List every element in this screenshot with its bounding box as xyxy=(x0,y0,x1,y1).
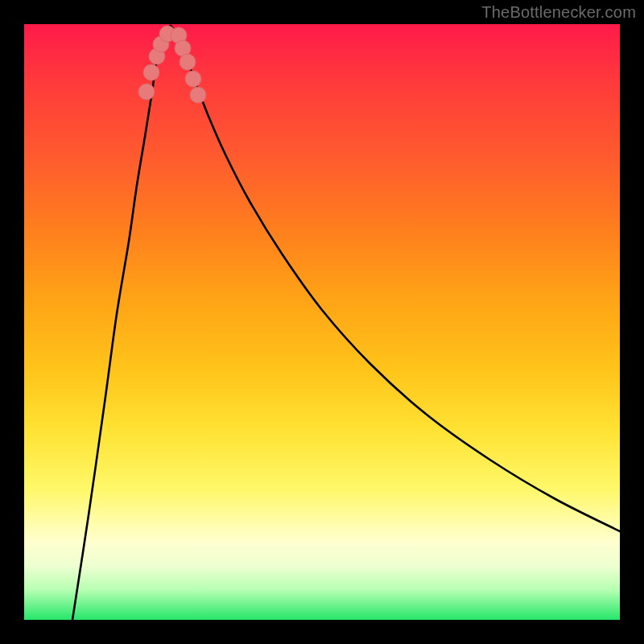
highlight-dot xyxy=(138,84,155,100)
highlight-dot xyxy=(185,71,201,87)
highlight-dots-group xyxy=(138,26,206,103)
watermark-text: TheBottlenecker.com xyxy=(481,3,636,22)
highlight-dot xyxy=(180,54,196,70)
curves-svg xyxy=(24,24,620,620)
curve-right-branch xyxy=(171,26,620,531)
curve-left-branch xyxy=(72,26,171,620)
plot-area xyxy=(24,24,620,620)
chart-frame: TheBottlenecker.com xyxy=(0,0,644,644)
highlight-dot xyxy=(190,87,206,103)
highlight-dot xyxy=(143,64,159,80)
